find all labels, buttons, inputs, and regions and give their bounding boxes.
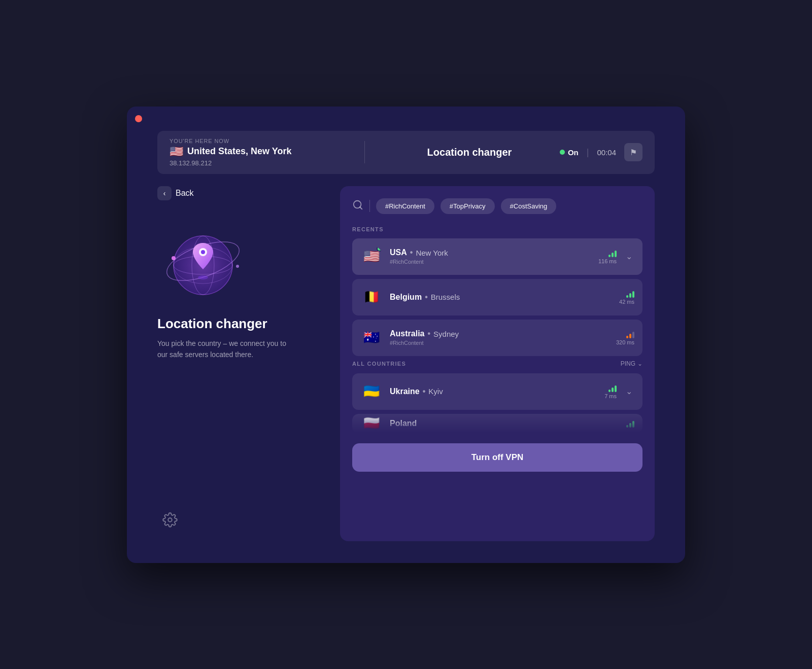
search-tags-row: #RichContent #TopPrivacy #CostSaving xyxy=(352,198,642,214)
feature-title: Location changer xyxy=(157,316,320,332)
australia-ms: 320 ms xyxy=(616,339,634,345)
status-dot xyxy=(560,150,565,155)
belgium-info: Belgium • Brussels xyxy=(390,293,612,302)
flag-button[interactable]: ⚑ xyxy=(624,143,642,161)
bar2 xyxy=(629,334,631,338)
header-ip: 38.132.98.212 xyxy=(170,159,212,167)
poland-signal xyxy=(626,419,634,428)
ukraine-ms: 7 ms xyxy=(604,393,617,399)
header-bar: YOU'RE HERE NOW 🇺🇸 United States, New Yo… xyxy=(157,131,655,174)
poland-ping xyxy=(626,419,634,428)
country-item-poland[interactable]: 🇵🇱 Poland xyxy=(352,414,642,433)
header-flag: 🇺🇸 xyxy=(170,145,183,158)
ukraine-expand[interactable]: ⌄ xyxy=(624,384,634,398)
poland-name-row: Poland xyxy=(390,419,619,428)
ukraine-signal xyxy=(608,384,617,392)
tag-cost-saving[interactable]: #CostSaving xyxy=(501,198,557,214)
usa-info: USA • New York #RichContent xyxy=(390,248,591,265)
usa-expand[interactable]: ⌄ xyxy=(624,250,634,263)
location-info: YOU'RE HERE NOW 🇺🇸 United States, New Yo… xyxy=(170,138,350,167)
main-content: ‹ Back xyxy=(127,186,685,541)
australia-name-row: Australia • Sydney xyxy=(390,329,609,338)
usa-tag: #RichContent xyxy=(390,259,591,265)
header-feature-name: Location changer xyxy=(379,147,560,158)
svg-point-7 xyxy=(198,275,208,279)
vpn-status-badge: On xyxy=(560,148,579,157)
ukraine-info: Ukraine • Kyiv xyxy=(390,387,597,396)
australia-flag: 🇦🇺 xyxy=(360,327,383,349)
back-label: Back xyxy=(176,189,194,198)
poland-flag: 🇵🇱 xyxy=(360,414,383,433)
ukraine-name-row: Ukraine • Kyiv xyxy=(390,387,597,396)
search-divider xyxy=(369,200,370,212)
usa-city: New York xyxy=(416,249,448,257)
usa-flag: 🇺🇸 xyxy=(360,245,383,268)
ping-sort-button[interactable]: PING ⌄ xyxy=(621,360,642,367)
header-divider xyxy=(364,141,365,163)
bar3 xyxy=(632,421,634,428)
ukraine-flag: 🇺🇦 xyxy=(360,380,383,403)
ukraine-name: Ukraine xyxy=(390,387,420,396)
header-divider2: | xyxy=(587,147,589,158)
connection-timer: 00:04 xyxy=(597,148,616,157)
status-label: On xyxy=(568,148,579,157)
active-indicator xyxy=(377,246,382,252)
ukraine-ping: 7 ms xyxy=(604,384,617,399)
belgium-city: Brussels xyxy=(431,293,460,301)
all-countries-label: ALL COUNTRIES xyxy=(352,361,406,367)
recents-label: RECENTS xyxy=(352,226,642,232)
turn-off-vpn-button[interactable]: Turn off VPN xyxy=(352,443,642,472)
you-are-here-label: YOU'RE HERE NOW xyxy=(170,138,229,144)
feature-description: You pick the country – we connect you to… xyxy=(157,338,289,361)
australia-ping: 320 ms xyxy=(616,330,634,345)
australia-signal xyxy=(626,330,634,338)
belgium-flag: 🇧🇪 xyxy=(360,286,383,308)
bar3 xyxy=(632,291,634,298)
bar1 xyxy=(626,336,628,338)
bar2 xyxy=(629,293,631,298)
all-countries-header: ALL COUNTRIES PING ⌄ xyxy=(352,360,642,367)
country-item-ukraine[interactable]: 🇺🇦 Ukraine • Kyiv 7 ms xyxy=(352,373,642,410)
header-status: On | 00:04 ⚑ xyxy=(560,143,642,161)
close-button[interactable] xyxy=(135,115,142,122)
back-button[interactable]: ‹ Back xyxy=(157,186,320,200)
svg-point-5 xyxy=(172,256,176,260)
belgium-name: Belgium xyxy=(390,293,422,302)
poland-info: Poland xyxy=(390,419,619,428)
title-bar xyxy=(127,107,685,131)
settings-button[interactable] xyxy=(162,512,178,531)
bar3 xyxy=(632,332,634,338)
bar1 xyxy=(626,425,628,428)
search-icon[interactable] xyxy=(352,199,363,213)
poland-name: Poland xyxy=(390,419,417,428)
back-arrow-icon: ‹ xyxy=(157,186,172,200)
belgium-ms: 42 ms xyxy=(619,299,634,305)
sort-chevron: ⌄ xyxy=(637,360,642,367)
svg-line-12 xyxy=(360,207,362,209)
globe-svg xyxy=(162,221,244,302)
flag-icon: ⚑ xyxy=(630,148,637,157)
tag-top-privacy[interactable]: #TopPrivacy xyxy=(441,198,495,214)
recent-item-usa[interactable]: 🇺🇸 USA • New York #RichContent xyxy=(352,238,642,275)
tag-rich-content[interactable]: #RichContent xyxy=(376,198,434,214)
belgium-ping: 42 ms xyxy=(619,290,634,305)
header-location-name: United States, New York xyxy=(187,146,291,157)
svg-point-6 xyxy=(236,265,239,268)
recent-item-belgium[interactable]: 🇧🇪 Belgium • Brussels 42 ms xyxy=(352,279,642,315)
recent-item-australia[interactable]: 🇦🇺 Australia • Sydney #RichContent xyxy=(352,320,642,356)
bar2 xyxy=(612,253,614,257)
usa-name-row: USA • New York xyxy=(390,248,591,257)
australia-info: Australia • Sydney #RichContent xyxy=(390,329,609,346)
svg-point-10 xyxy=(168,518,172,522)
ping-sort-label: PING xyxy=(621,360,635,367)
usa-ping: 116 ms xyxy=(598,249,617,264)
bar2 xyxy=(612,388,614,392)
usa-signal xyxy=(608,249,617,257)
globe-illustration xyxy=(162,221,320,302)
australia-tag: #RichContent xyxy=(390,340,609,346)
left-panel: ‹ Back xyxy=(157,186,340,541)
australia-city: Sydney xyxy=(433,330,459,338)
usa-name: USA xyxy=(390,248,407,257)
bar2 xyxy=(629,423,631,428)
belgium-signal xyxy=(626,290,634,298)
